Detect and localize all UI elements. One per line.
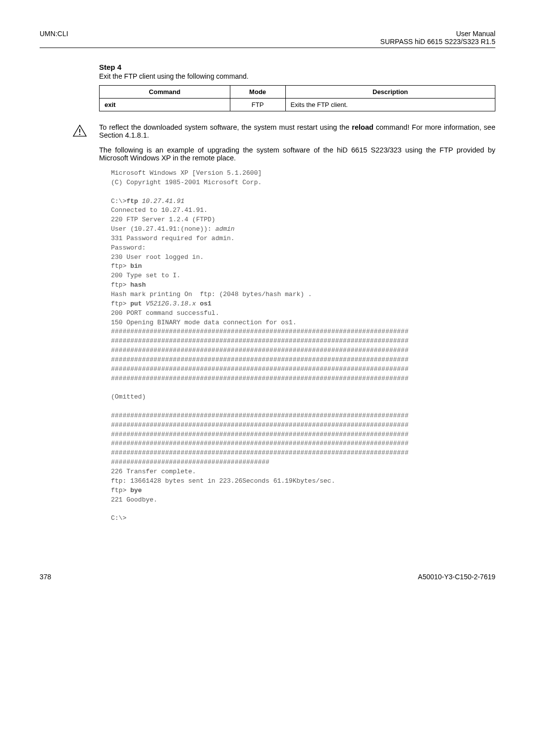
header-divider [40,48,495,48]
header-right-line2: SURPASS hiD 6615 S223/S323 R1.5 [380,38,495,46]
page-footer: 378 A50010-Y3-C150-2-7619 [40,573,495,581]
note-part1: To reflect the downloaded system softwar… [99,123,352,131]
step-title: Step 4 [99,63,495,71]
footer-doc-id: A50010-Y3-C150-2-7619 [418,573,495,581]
terminal-output: Microsoft Windows XP [Version 5.1.2600] … [111,169,495,523]
table-header-command: Command [100,86,230,99]
note-text: To reflect the downloaded system softwar… [99,123,495,139]
example-intro: The following is an example of upgrading… [99,146,495,162]
warning-note: To reflect the downloaded system softwar… [72,123,495,139]
header-right-line1: User Manual [380,30,495,38]
note-bold: reload [352,123,374,131]
table-row: exit FTP Exits the FTP client. [100,99,495,111]
command-table: Command Mode Description exit FTP Exits … [99,85,495,111]
table-header-description: Description [285,86,495,99]
footer-page-number: 378 [40,573,51,581]
svg-point-2 [79,134,81,135]
cell-mode: FTP [230,99,285,111]
warning-icon [72,124,87,137]
step-description: Exit the FTP client using the following … [99,72,495,80]
header-left: UMN:CLI [40,30,68,46]
header-right: User Manual SURPASS hiD 6615 S223/S323 R… [380,30,495,46]
table-header-mode: Mode [230,86,285,99]
page-header: UMN:CLI User Manual SURPASS hiD 6615 S22… [40,30,495,46]
cell-command: exit [100,99,230,111]
cell-description: Exits the FTP client. [285,99,495,111]
